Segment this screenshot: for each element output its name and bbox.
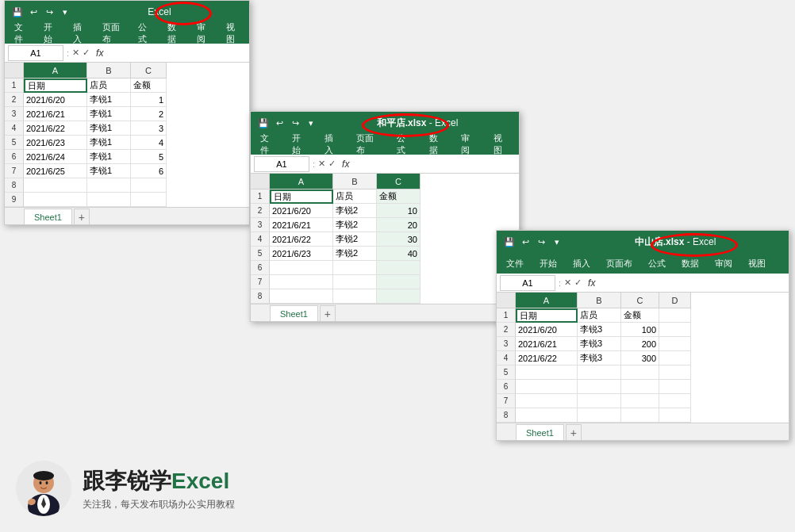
cell-a1-1[interactable]: 日期 [24, 78, 87, 93]
cell-a4-1[interactable]: 2021/6/22 [24, 121, 87, 136]
cell-a2-2[interactable]: 2021/6/20 [270, 204, 333, 218]
cell-a3-1[interactable]: 2021/6/21 [24, 107, 87, 121]
cell-c4-3[interactable]: 300 [621, 351, 659, 366]
ribbon-formula-1[interactable]: 公式 [135, 20, 155, 47]
cell-b3-3[interactable]: 李锐3 [578, 337, 621, 351]
add-sheet-2[interactable]: + [320, 305, 336, 321]
cell-b8-1[interactable] [87, 178, 131, 193]
redo-icon-2[interactable]: ↪ [289, 117, 301, 129]
cell-b4-3[interactable]: 李锐3 [578, 351, 621, 366]
save-icon-3[interactable]: 💾 [503, 235, 516, 248]
cell-d6-3[interactable] [659, 380, 691, 394]
cell-b2-1[interactable]: 李锐1 [87, 93, 131, 107]
more-icon-2[interactable]: ▾ [305, 117, 317, 129]
cell-b3-1[interactable]: 李锐1 [87, 107, 131, 121]
cell-c3-2[interactable]: 20 [377, 218, 421, 232]
cell-b4-1[interactable]: 李锐1 [87, 121, 131, 136]
save-icon-1[interactable]: 💾 [11, 6, 24, 18]
sheet-tab-2[interactable]: Sheet1 [270, 305, 318, 321]
cell-c1-2[interactable]: 金额 [377, 189, 421, 204]
cell-a6-3[interactable] [516, 380, 578, 394]
cell-b6-1[interactable]: 李锐1 [87, 150, 131, 164]
ribbon-file-3[interactable]: 文件 [503, 256, 527, 271]
ribbon-review-1[interactable]: 审阅 [194, 20, 213, 47]
cell-b1-2[interactable]: 店员 [333, 189, 377, 204]
cell-c4-2[interactable]: 30 [377, 232, 421, 247]
cell-a8-2[interactable] [270, 289, 333, 304]
cell-a1-2[interactable]: 日期 [270, 189, 333, 204]
name-box-2[interactable] [254, 156, 309, 172]
cell-c4-1[interactable]: 3 [131, 121, 167, 136]
cell-a5-2[interactable]: 2021/6/23 [270, 247, 333, 261]
ribbon-home-2[interactable]: 开始 [289, 131, 311, 158]
cell-c6-3[interactable] [621, 380, 659, 394]
cell-c7-3[interactable] [621, 394, 659, 408]
cell-c1-3[interactable]: 金额 [621, 308, 659, 323]
cell-a2-1[interactable]: 2021/6/20 [24, 93, 87, 107]
cell-c6-1[interactable]: 5 [131, 150, 167, 164]
cell-d7-3[interactable] [659, 394, 691, 408]
ribbon-review-3[interactable]: 审阅 [712, 256, 735, 271]
ribbon-insert-3[interactable]: 插入 [570, 256, 593, 271]
sheet-tab-3[interactable]: Sheet1 [516, 424, 564, 440]
cell-c5-2[interactable]: 40 [377, 247, 421, 261]
cell-a1-3[interactable]: 日期 [516, 308, 578, 323]
ribbon-home-1[interactable]: 开始 [40, 20, 60, 47]
more-icon-3[interactable]: ▾ [551, 235, 563, 248]
cell-b1-3[interactable]: 店员 [578, 308, 621, 323]
cell-d8-3[interactable] [659, 408, 691, 423]
undo-icon-2[interactable]: ↩ [273, 117, 286, 129]
undo-icon-3[interactable]: ↩ [519, 235, 532, 248]
cell-a2-3[interactable]: 2021/6/20 [516, 323, 578, 337]
ribbon-layout-2[interactable]: 页面布 [353, 131, 384, 158]
cell-b6-2[interactable] [333, 261, 377, 275]
redo-icon-3[interactable]: ↪ [535, 235, 547, 248]
save-icon-2[interactable]: 💾 [257, 117, 270, 129]
ribbon-layout-1[interactable]: 页面布 [99, 20, 125, 47]
cell-c5-1[interactable]: 4 [131, 136, 167, 150]
cell-a7-3[interactable] [516, 394, 578, 408]
cell-c3-3[interactable]: 200 [621, 337, 659, 351]
cell-a3-2[interactable]: 2021/6/21 [270, 218, 333, 232]
cell-b7-2[interactable] [333, 275, 377, 289]
ribbon-view-1[interactable]: 视图 [223, 20, 243, 47]
cell-c2-3[interactable]: 100 [621, 323, 659, 337]
cell-b8-2[interactable] [333, 289, 377, 304]
ribbon-view-2[interactable]: 视图 [490, 131, 513, 158]
more-icon-1[interactable]: ▾ [59, 6, 71, 18]
cell-a7-2[interactable] [270, 275, 333, 289]
undo-icon-1[interactable]: ↩ [27, 6, 40, 18]
cell-d3-3[interactable] [659, 337, 691, 351]
ribbon-review-2[interactable]: 审阅 [458, 131, 480, 158]
name-box-1[interactable] [8, 45, 63, 61]
cell-a4-2[interactable]: 2021/6/22 [270, 232, 333, 247]
ribbon-insert-1[interactable]: 插入 [70, 20, 90, 47]
ribbon-file-2[interactable]: 文件 [257, 131, 279, 158]
cell-b7-1[interactable]: 李锐1 [87, 164, 131, 178]
cell-a9-1[interactable] [24, 193, 87, 207]
cell-c8-3[interactable] [621, 408, 659, 423]
cell-c1-1[interactable]: 金额 [131, 78, 167, 93]
add-sheet-3[interactable]: + [566, 424, 582, 440]
cell-d2-3[interactable] [659, 323, 691, 337]
sheet-tab-1[interactable]: Sheet1 [24, 209, 72, 224]
redo-icon-1[interactable]: ↪ [43, 6, 56, 18]
cell-b5-2[interactable]: 李锐2 [333, 247, 377, 261]
ribbon-insert-2[interactable]: 插入 [321, 131, 344, 158]
ribbon-file-1[interactable]: 文件 [11, 20, 31, 47]
ribbon-home-3[interactable]: 开始 [536, 256, 560, 271]
cell-c2-2[interactable]: 10 [377, 204, 421, 218]
cell-d1-3[interactable] [659, 308, 691, 323]
cell-d5-3[interactable] [659, 366, 691, 380]
cell-c8-2[interactable] [377, 289, 421, 304]
cell-c6-2[interactable] [377, 261, 421, 275]
cell-b3-2[interactable]: 李锐2 [333, 218, 377, 232]
ribbon-data-1[interactable]: 数据 [164, 20, 184, 47]
cell-a7-1[interactable]: 2021/6/25 [24, 164, 87, 178]
cell-c3-1[interactable]: 2 [131, 107, 167, 121]
cell-a5-1[interactable]: 2021/6/23 [24, 136, 87, 150]
ribbon-formula-3[interactable]: 公式 [645, 256, 669, 271]
ribbon-view-3[interactable]: 视图 [745, 256, 769, 271]
cell-c7-1[interactable]: 6 [131, 164, 167, 178]
cell-b2-2[interactable]: 李锐2 [333, 204, 377, 218]
